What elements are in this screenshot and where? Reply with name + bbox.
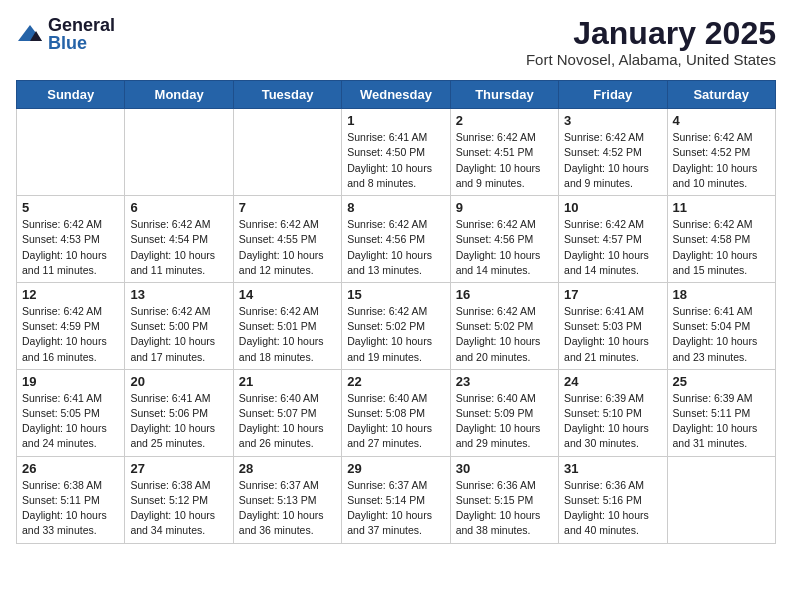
logo-icon [16, 23, 44, 45]
cell-info: Sunrise: 6:42 AM Sunset: 4:56 PM Dayligh… [347, 217, 444, 278]
day-number: 3 [564, 113, 661, 128]
calendar-cell [125, 109, 233, 196]
cell-info: Sunrise: 6:37 AM Sunset: 5:14 PM Dayligh… [347, 478, 444, 539]
day-number: 15 [347, 287, 444, 302]
cell-info: Sunrise: 6:36 AM Sunset: 5:16 PM Dayligh… [564, 478, 661, 539]
cell-info: Sunrise: 6:39 AM Sunset: 5:11 PM Dayligh… [673, 391, 770, 452]
week-row-5: 26Sunrise: 6:38 AM Sunset: 5:11 PM Dayli… [17, 456, 776, 543]
day-header-saturday: Saturday [667, 81, 775, 109]
day-number: 6 [130, 200, 227, 215]
week-row-4: 19Sunrise: 6:41 AM Sunset: 5:05 PM Dayli… [17, 369, 776, 456]
calendar-cell: 24Sunrise: 6:39 AM Sunset: 5:10 PM Dayli… [559, 369, 667, 456]
cell-info: Sunrise: 6:42 AM Sunset: 4:57 PM Dayligh… [564, 217, 661, 278]
cell-info: Sunrise: 6:42 AM Sunset: 4:55 PM Dayligh… [239, 217, 336, 278]
cell-info: Sunrise: 6:42 AM Sunset: 4:54 PM Dayligh… [130, 217, 227, 278]
day-number: 30 [456, 461, 553, 476]
day-number: 21 [239, 374, 336, 389]
cell-info: Sunrise: 6:41 AM Sunset: 5:05 PM Dayligh… [22, 391, 119, 452]
week-row-1: 1Sunrise: 6:41 AM Sunset: 4:50 PM Daylig… [17, 109, 776, 196]
day-number: 20 [130, 374, 227, 389]
calendar-cell: 29Sunrise: 6:37 AM Sunset: 5:14 PM Dayli… [342, 456, 450, 543]
cell-info: Sunrise: 6:42 AM Sunset: 4:58 PM Dayligh… [673, 217, 770, 278]
calendar-cell: 21Sunrise: 6:40 AM Sunset: 5:07 PM Dayli… [233, 369, 341, 456]
calendar-cell: 22Sunrise: 6:40 AM Sunset: 5:08 PM Dayli… [342, 369, 450, 456]
cell-info: Sunrise: 6:42 AM Sunset: 4:53 PM Dayligh… [22, 217, 119, 278]
day-header-friday: Friday [559, 81, 667, 109]
cell-info: Sunrise: 6:41 AM Sunset: 4:50 PM Dayligh… [347, 130, 444, 191]
calendar-cell [233, 109, 341, 196]
day-number: 16 [456, 287, 553, 302]
day-number: 23 [456, 374, 553, 389]
calendar-cell: 6Sunrise: 6:42 AM Sunset: 4:54 PM Daylig… [125, 196, 233, 283]
day-number: 28 [239, 461, 336, 476]
day-number: 24 [564, 374, 661, 389]
calendar-cell: 5Sunrise: 6:42 AM Sunset: 4:53 PM Daylig… [17, 196, 125, 283]
day-number: 10 [564, 200, 661, 215]
day-number: 13 [130, 287, 227, 302]
day-number: 27 [130, 461, 227, 476]
calendar-cell: 12Sunrise: 6:42 AM Sunset: 4:59 PM Dayli… [17, 282, 125, 369]
cell-info: Sunrise: 6:42 AM Sunset: 5:01 PM Dayligh… [239, 304, 336, 365]
cell-info: Sunrise: 6:42 AM Sunset: 5:00 PM Dayligh… [130, 304, 227, 365]
calendar-cell: 10Sunrise: 6:42 AM Sunset: 4:57 PM Dayli… [559, 196, 667, 283]
day-number: 9 [456, 200, 553, 215]
cell-info: Sunrise: 6:40 AM Sunset: 5:08 PM Dayligh… [347, 391, 444, 452]
cell-info: Sunrise: 6:42 AM Sunset: 4:51 PM Dayligh… [456, 130, 553, 191]
month-title: January 2025 [526, 16, 776, 51]
calendar-cell [667, 456, 775, 543]
title-area: January 2025 Fort Novosel, Alabama, Unit… [526, 16, 776, 68]
cell-info: Sunrise: 6:42 AM Sunset: 4:56 PM Dayligh… [456, 217, 553, 278]
cell-info: Sunrise: 6:42 AM Sunset: 4:52 PM Dayligh… [673, 130, 770, 191]
calendar: SundayMondayTuesdayWednesdayThursdayFrid… [16, 80, 776, 543]
day-number: 5 [22, 200, 119, 215]
calendar-cell: 4Sunrise: 6:42 AM Sunset: 4:52 PM Daylig… [667, 109, 775, 196]
cell-info: Sunrise: 6:41 AM Sunset: 5:06 PM Dayligh… [130, 391, 227, 452]
calendar-cell: 14Sunrise: 6:42 AM Sunset: 5:01 PM Dayli… [233, 282, 341, 369]
calendar-cell: 23Sunrise: 6:40 AM Sunset: 5:09 PM Dayli… [450, 369, 558, 456]
cell-info: Sunrise: 6:42 AM Sunset: 5:02 PM Dayligh… [347, 304, 444, 365]
day-number: 19 [22, 374, 119, 389]
day-number: 26 [22, 461, 119, 476]
calendar-cell: 20Sunrise: 6:41 AM Sunset: 5:06 PM Dayli… [125, 369, 233, 456]
calendar-cell: 28Sunrise: 6:37 AM Sunset: 5:13 PM Dayli… [233, 456, 341, 543]
calendar-cell: 31Sunrise: 6:36 AM Sunset: 5:16 PM Dayli… [559, 456, 667, 543]
day-number: 1 [347, 113, 444, 128]
cell-info: Sunrise: 6:38 AM Sunset: 5:12 PM Dayligh… [130, 478, 227, 539]
day-number: 18 [673, 287, 770, 302]
calendar-cell: 1Sunrise: 6:41 AM Sunset: 4:50 PM Daylig… [342, 109, 450, 196]
calendar-cell: 26Sunrise: 6:38 AM Sunset: 5:11 PM Dayli… [17, 456, 125, 543]
days-header-row: SundayMondayTuesdayWednesdayThursdayFrid… [17, 81, 776, 109]
cell-info: Sunrise: 6:40 AM Sunset: 5:09 PM Dayligh… [456, 391, 553, 452]
location-title: Fort Novosel, Alabama, United States [526, 51, 776, 68]
calendar-cell: 18Sunrise: 6:41 AM Sunset: 5:04 PM Dayli… [667, 282, 775, 369]
cell-info: Sunrise: 6:41 AM Sunset: 5:03 PM Dayligh… [564, 304, 661, 365]
cell-info: Sunrise: 6:41 AM Sunset: 5:04 PM Dayligh… [673, 304, 770, 365]
day-number: 2 [456, 113, 553, 128]
day-header-monday: Monday [125, 81, 233, 109]
calendar-cell: 3Sunrise: 6:42 AM Sunset: 4:52 PM Daylig… [559, 109, 667, 196]
day-number: 17 [564, 287, 661, 302]
day-number: 25 [673, 374, 770, 389]
week-row-3: 12Sunrise: 6:42 AM Sunset: 4:59 PM Dayli… [17, 282, 776, 369]
calendar-cell: 17Sunrise: 6:41 AM Sunset: 5:03 PM Dayli… [559, 282, 667, 369]
logo: General Blue [16, 16, 115, 52]
cell-info: Sunrise: 6:40 AM Sunset: 5:07 PM Dayligh… [239, 391, 336, 452]
calendar-cell: 7Sunrise: 6:42 AM Sunset: 4:55 PM Daylig… [233, 196, 341, 283]
calendar-cell: 13Sunrise: 6:42 AM Sunset: 5:00 PM Dayli… [125, 282, 233, 369]
day-number: 14 [239, 287, 336, 302]
cell-info: Sunrise: 6:42 AM Sunset: 4:59 PM Dayligh… [22, 304, 119, 365]
logo-blue-text: Blue [48, 34, 115, 52]
cell-info: Sunrise: 6:42 AM Sunset: 5:02 PM Dayligh… [456, 304, 553, 365]
day-number: 31 [564, 461, 661, 476]
calendar-cell: 27Sunrise: 6:38 AM Sunset: 5:12 PM Dayli… [125, 456, 233, 543]
calendar-cell: 11Sunrise: 6:42 AM Sunset: 4:58 PM Dayli… [667, 196, 775, 283]
calendar-cell: 2Sunrise: 6:42 AM Sunset: 4:51 PM Daylig… [450, 109, 558, 196]
calendar-cell: 16Sunrise: 6:42 AM Sunset: 5:02 PM Dayli… [450, 282, 558, 369]
day-header-sunday: Sunday [17, 81, 125, 109]
calendar-cell: 9Sunrise: 6:42 AM Sunset: 4:56 PM Daylig… [450, 196, 558, 283]
calendar-cell: 8Sunrise: 6:42 AM Sunset: 4:56 PM Daylig… [342, 196, 450, 283]
day-header-thursday: Thursday [450, 81, 558, 109]
day-number: 4 [673, 113, 770, 128]
calendar-cell: 30Sunrise: 6:36 AM Sunset: 5:15 PM Dayli… [450, 456, 558, 543]
day-header-wednesday: Wednesday [342, 81, 450, 109]
